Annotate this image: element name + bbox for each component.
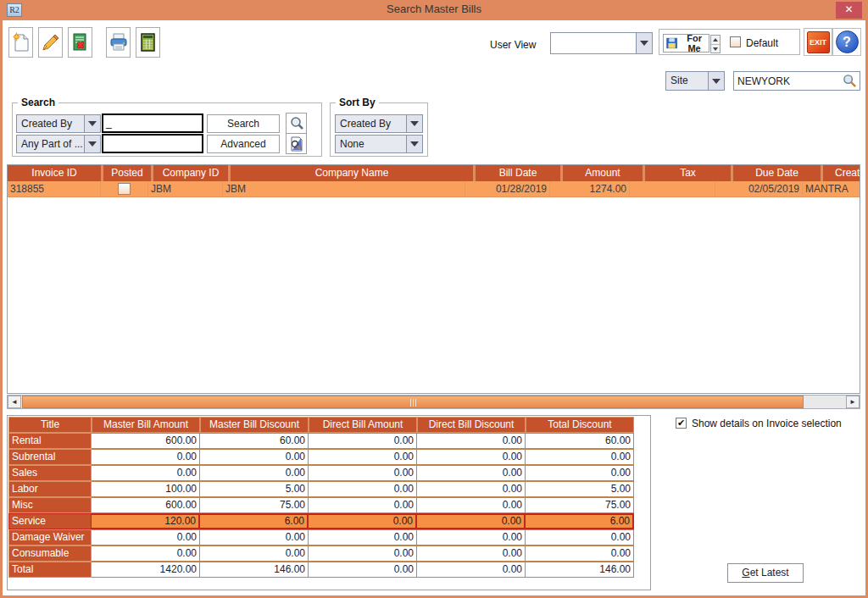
details-table: Title Master Bill Amount Master Bill Dis… bbox=[8, 417, 634, 578]
sort2-combobox[interactable]: None bbox=[335, 135, 423, 153]
cell: 6.00 bbox=[526, 513, 634, 529]
edit-button[interactable] bbox=[38, 27, 63, 58]
cell-created-by: MANTRA bbox=[803, 181, 854, 197]
search-button[interactable]: Search bbox=[207, 114, 280, 133]
cell: 5.00 bbox=[200, 481, 309, 497]
search-icon-button[interactable] bbox=[286, 113, 307, 134]
site-value: Site bbox=[666, 72, 708, 90]
show-details-checkbox[interactable]: ✔ bbox=[676, 418, 687, 429]
advanced-button[interactable]: Advanced bbox=[207, 135, 280, 153]
cell: 0.00 bbox=[92, 465, 200, 481]
cell: 0.00 bbox=[417, 545, 526, 562]
invoice-grid: Invoice ID Posted Company ID Company Nam… bbox=[7, 164, 860, 394]
chevron-down-icon[interactable] bbox=[406, 115, 422, 132]
scroll-left-icon[interactable]: ◄ bbox=[8, 396, 21, 408]
column-header[interactable]: Company ID bbox=[153, 165, 228, 181]
site-search-value: NEWYORK bbox=[734, 75, 843, 87]
help-icon[interactable]: ? bbox=[836, 30, 859, 53]
cell-invoice-id: 318855 bbox=[8, 181, 101, 197]
exit-button-cell: EXIT bbox=[804, 28, 832, 56]
column-header[interactable]: Posted bbox=[103, 165, 151, 181]
window-title: Search Master Bills bbox=[0, 3, 868, 15]
view-spinner[interactable] bbox=[710, 35, 721, 53]
table-row[interactable]: Misc 600.00 75.00 0.00 0.00 75.00 bbox=[8, 497, 634, 513]
cell: 0.00 bbox=[309, 497, 417, 513]
site-combobox[interactable]: Site bbox=[665, 71, 725, 91]
export-button[interactable] bbox=[136, 27, 160, 58]
cell: 0.00 bbox=[200, 465, 309, 481]
row-title: Sales bbox=[8, 465, 92, 481]
cell-company-name: JBM bbox=[223, 181, 465, 197]
cell: 0.00 bbox=[526, 529, 634, 545]
posted-checkbox[interactable] bbox=[118, 183, 131, 195]
thumb-grip bbox=[413, 399, 414, 407]
spinner-up-icon[interactable] bbox=[711, 36, 720, 44]
cell: 75.00 bbox=[526, 497, 634, 513]
row-title: Misc bbox=[8, 497, 92, 513]
site-search-field[interactable]: NEWYORK bbox=[733, 71, 860, 91]
table-row-selected[interactable]: Service 120.00 6.00 0.00 0.00 6.00 bbox=[8, 513, 634, 529]
row-title: Rental bbox=[8, 433, 92, 449]
sort1-value: Created By bbox=[336, 115, 406, 132]
table-row[interactable]: Sales 0.00 0.00 0.00 0.00 0.00 bbox=[8, 465, 634, 481]
search-group-title: Search bbox=[18, 97, 58, 108]
scroll-right-icon[interactable]: ► bbox=[846, 396, 860, 408]
chevron-down-icon[interactable] bbox=[84, 136, 100, 152]
column-header[interactable]: Amount bbox=[563, 165, 643, 181]
column-header[interactable]: Invoice ID bbox=[8, 165, 101, 181]
search-match-combobox[interactable]: Any Part of ... bbox=[16, 135, 101, 153]
column-header[interactable]: Bill Date bbox=[476, 165, 560, 181]
spinner-down-icon[interactable] bbox=[711, 44, 720, 53]
print-button[interactable] bbox=[106, 27, 131, 58]
horizontal-scrollbar[interactable]: ◄ ► bbox=[7, 395, 860, 409]
get-latest-button[interactable]: Get Latest bbox=[727, 563, 804, 583]
advanced-search-icon-button[interactable] bbox=[286, 133, 307, 154]
cell-due-date: 02/05/2019 bbox=[715, 181, 803, 197]
table-row[interactable]: Subrental 0.00 0.00 0.00 0.00 0.00 bbox=[8, 449, 634, 465]
default-checkbox[interactable] bbox=[730, 36, 741, 47]
column-header[interactable]: Due Date bbox=[733, 165, 821, 181]
column-header[interactable]: Tax bbox=[645, 165, 731, 181]
cell: 0.00 bbox=[417, 529, 526, 545]
chevron-down-icon[interactable] bbox=[84, 115, 100, 132]
table-row-total[interactable]: Total 1420.00 146.00 0.00 0.00 146.00 bbox=[8, 562, 634, 578]
checkmark-icon: ✔ bbox=[677, 418, 685, 428]
search-icon[interactable] bbox=[843, 74, 857, 88]
chevron-down-icon[interactable] bbox=[406, 136, 422, 152]
search-field-combobox[interactable]: Created By bbox=[16, 114, 101, 133]
cell: 0.00 bbox=[309, 449, 417, 465]
sort1-combobox[interactable]: Created By bbox=[335, 114, 423, 133]
column-header[interactable]: Company Name bbox=[231, 165, 473, 181]
cell: 100.00 bbox=[92, 481, 200, 497]
close-icon[interactable]: ✕ bbox=[836, 2, 862, 19]
cell: 120.00 bbox=[92, 513, 200, 529]
chevron-down-icon[interactable] bbox=[636, 33, 652, 53]
table-row[interactable]: Damage Waiver 0.00 0.00 0.00 0.00 0.00 bbox=[8, 529, 634, 545]
search-input-1[interactable]: _ bbox=[102, 114, 203, 133]
cell: 0.00 bbox=[417, 481, 526, 497]
cell: 0.00 bbox=[417, 465, 526, 481]
save-icon bbox=[666, 37, 677, 49]
cell-amount: 1274.00 bbox=[550, 181, 630, 197]
cell: 600.00 bbox=[92, 433, 200, 449]
cell: 0.00 bbox=[417, 433, 526, 449]
table-row[interactable]: Consumable 0.00 0.00 0.00 0.00 0.00 bbox=[8, 545, 634, 562]
table-row[interactable]: Rental 600.00 60.00 0.00 0.00 60.00 bbox=[8, 433, 634, 449]
chevron-down-icon[interactable] bbox=[708, 72, 724, 90]
cell-tax bbox=[630, 181, 715, 197]
scrollbar-thumb[interactable] bbox=[22, 396, 804, 408]
new-button[interactable] bbox=[8, 27, 33, 58]
cell: 0.00 bbox=[417, 497, 526, 513]
search-input-2[interactable] bbox=[102, 134, 203, 153]
table-row[interactable]: Labor 100.00 5.00 0.00 0.00 5.00 bbox=[8, 481, 634, 497]
invoice-row-selected[interactable]: 318855 JBM JBM 01/28/2019 1274.00 02/05/… bbox=[8, 181, 860, 197]
cell-posted bbox=[101, 181, 148, 197]
column-header[interactable]: Created By bbox=[823, 165, 860, 181]
cell: 0.00 bbox=[309, 465, 417, 481]
user-view-value bbox=[551, 33, 636, 53]
user-view-combobox[interactable] bbox=[550, 32, 653, 54]
cell: 5.00 bbox=[526, 481, 634, 497]
delete-button[interactable] bbox=[68, 27, 92, 58]
exit-button[interactable]: EXIT bbox=[807, 31, 830, 53]
for-me-button[interactable]: For Me bbox=[663, 34, 709, 53]
